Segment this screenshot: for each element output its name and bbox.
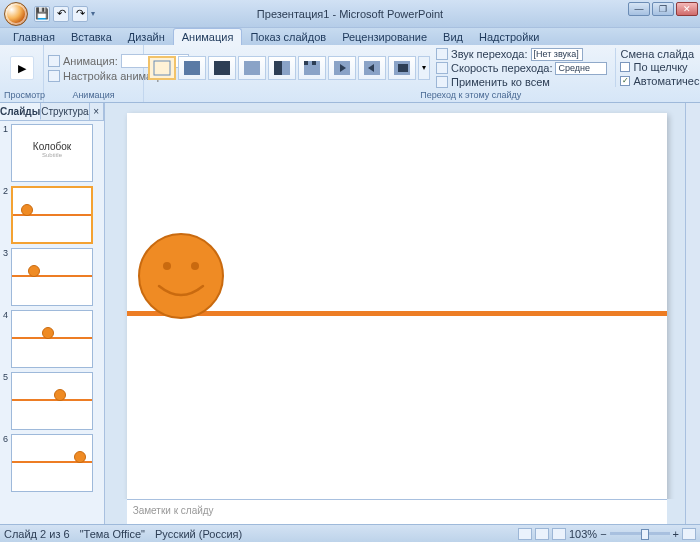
slide-panel: Слайды Структура × 1КолобокSubtitle23456 xyxy=(0,103,105,524)
zoom-slider[interactable] xyxy=(610,532,670,535)
apply-all-icon xyxy=(436,76,448,88)
slide-thumb[interactable] xyxy=(11,186,93,244)
ribbon-tab-4[interactable]: Показ слайдов xyxy=(242,29,334,45)
svg-rect-3 xyxy=(244,61,260,75)
qat-dropdown-icon[interactable]: ▾ xyxy=(91,9,95,18)
ribbon-tab-1[interactable]: Вставка xyxy=(63,29,120,45)
sound-label: Звук перехода: xyxy=(451,48,528,60)
tab-outline[interactable]: Структура xyxy=(41,103,89,120)
vertical-scrollbar[interactable] xyxy=(685,103,700,524)
ribbon-tabs: ГлавнаяВставкаДизайнАнимацияПоказ слайдо… xyxy=(0,27,700,45)
svg-rect-7 xyxy=(304,61,308,65)
slide-thumb[interactable] xyxy=(11,248,93,306)
svg-point-15 xyxy=(191,262,199,270)
transition-push-right[interactable] xyxy=(358,56,386,80)
zoom-level: 103% xyxy=(569,528,597,540)
ribbon-tab-6[interactable]: Вид xyxy=(435,29,471,45)
close-button[interactable]: ✕ xyxy=(676,2,698,16)
slide-item-2[interactable]: 2 xyxy=(3,186,101,244)
slide-thumb[interactable] xyxy=(11,372,93,430)
transition-wipe[interactable] xyxy=(268,56,296,80)
fit-window-button[interactable] xyxy=(682,528,696,540)
normal-view-button[interactable] xyxy=(518,528,532,540)
svg-point-14 xyxy=(163,262,171,270)
save-icon[interactable]: 💾 xyxy=(34,6,50,22)
transition-none[interactable] xyxy=(148,56,176,80)
tab-slides[interactable]: Слайды xyxy=(0,103,41,120)
svg-rect-12 xyxy=(398,64,408,72)
anim-label: Анимация: xyxy=(63,55,118,67)
preview-button[interactable]: ▶ xyxy=(4,56,39,80)
ribbon-tab-0[interactable]: Главная xyxy=(5,29,63,45)
transition-cut[interactable] xyxy=(208,56,236,80)
slide-item-1[interactable]: 1КолобокSubtitle xyxy=(3,124,101,182)
slide-thumb[interactable] xyxy=(11,434,93,492)
notes-pane[interactable]: Заметки к слайду xyxy=(127,499,667,524)
maximize-button[interactable]: ❐ xyxy=(652,2,674,16)
svg-rect-0 xyxy=(154,61,170,75)
close-panel-icon[interactable]: × xyxy=(90,103,104,120)
slide-number: 4 xyxy=(3,310,11,368)
transition-push-left[interactable] xyxy=(328,56,356,80)
slide-number: 5 xyxy=(3,372,11,430)
slide-item-4[interactable]: 4 xyxy=(3,310,101,368)
group-label-preview: Просмотр xyxy=(4,89,39,100)
zoom-in-button[interactable]: + xyxy=(673,528,679,540)
transition-cover[interactable] xyxy=(388,56,416,80)
status-theme: "Тема Office" xyxy=(80,528,145,540)
window-title: Презентация1 - Microsoft PowerPoint xyxy=(257,8,443,20)
speed-label: Скорость перехода: xyxy=(451,62,552,74)
slide-number: 6 xyxy=(3,434,11,492)
slide-thumb[interactable] xyxy=(11,310,93,368)
anim-settings-icon xyxy=(48,70,60,82)
title-bar: 💾 ↶ ↷ ▾ Презентация1 - Microsoft PowerPo… xyxy=(0,0,700,27)
sorter-view-button[interactable] xyxy=(535,528,549,540)
apply-all-button[interactable]: Применить ко всем xyxy=(436,76,607,88)
ribbon-tab-7[interactable]: Надстройки xyxy=(471,29,547,45)
ribbon-tab-5[interactable]: Рецензирование xyxy=(334,29,435,45)
slide-thumb[interactable]: КолобокSubtitle xyxy=(11,124,93,182)
slide-item-6[interactable]: 6 xyxy=(3,434,101,492)
transition-dissolve[interactable] xyxy=(238,56,266,80)
work-area: Слайды Структура × 1КолобокSubtitle23456… xyxy=(0,103,700,524)
group-label-transition: Переход к этому слайду xyxy=(148,88,700,100)
slideshow-view-button[interactable] xyxy=(552,528,566,540)
ribbon-tab-2[interactable]: Дизайн xyxy=(120,29,173,45)
svg-point-13 xyxy=(139,234,223,318)
on-click-label: По щелчку xyxy=(633,61,687,73)
status-bar: Слайд 2 из 6 "Тема Office" Русский (Росс… xyxy=(0,524,700,542)
kolobok-shape xyxy=(137,232,225,320)
on-click-checkbox[interactable] xyxy=(620,62,630,72)
quick-access-toolbar: 💾 ↶ ↷ ▾ xyxy=(34,6,95,22)
svg-rect-2 xyxy=(214,61,230,75)
svg-rect-8 xyxy=(312,61,316,65)
ribbon-tab-3[interactable]: Анимация xyxy=(173,28,243,45)
redo-icon[interactable]: ↷ xyxy=(72,6,88,22)
sound-combo[interactable]: [Нет звука] xyxy=(531,48,583,61)
slide-canvas[interactable] xyxy=(127,113,667,499)
auto-after-checkbox[interactable]: ✓ xyxy=(620,76,630,86)
undo-icon[interactable]: ↶ xyxy=(53,6,69,22)
slide-item-3[interactable]: 3 xyxy=(3,248,101,306)
slides-list: 1КолобокSubtitle23456 xyxy=(0,121,104,524)
transition-fade[interactable] xyxy=(178,56,206,80)
transition-checker[interactable] xyxy=(298,56,326,80)
office-button[interactable] xyxy=(4,2,28,26)
advance-title: Смена слайда xyxy=(620,48,700,60)
svg-rect-1 xyxy=(184,61,200,75)
status-lang: Русский (Россия) xyxy=(155,528,242,540)
minimize-button[interactable]: — xyxy=(628,2,650,16)
slide-number: 2 xyxy=(3,186,11,244)
window-controls: — ❐ ✕ xyxy=(628,2,698,16)
slide-number: 3 xyxy=(3,248,11,306)
speed-icon xyxy=(436,62,448,74)
transition-gallery-more[interactable]: ▾ xyxy=(418,56,430,80)
svg-rect-4 xyxy=(274,61,282,75)
sound-icon xyxy=(436,48,448,60)
zoom-out-button[interactable]: − xyxy=(600,528,606,540)
slide-item-5[interactable]: 5 xyxy=(3,372,101,430)
slide-number: 1 xyxy=(3,124,11,182)
speed-combo[interactable]: Средне xyxy=(555,62,607,75)
preview-icon: ▶ xyxy=(10,56,34,80)
main-editor: Заметки к слайду xyxy=(105,103,685,524)
